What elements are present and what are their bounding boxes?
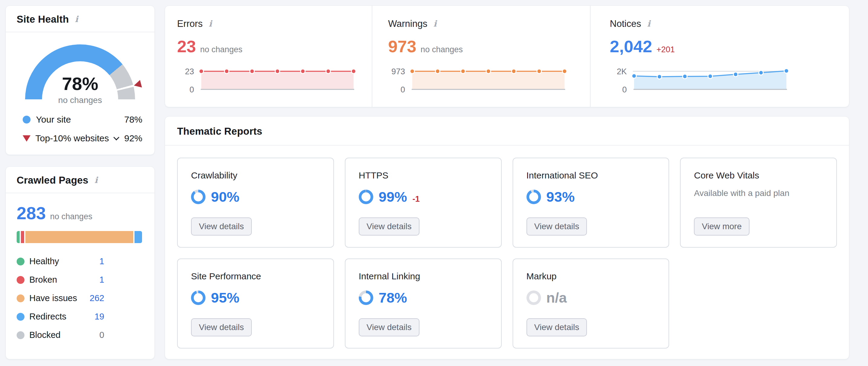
view-details-button[interactable]: View details [526, 318, 587, 336]
tile-score-row: 93% [526, 189, 655, 205]
issues-overview-card: Errors i 23 no changes 23 0 Warnings i 9… [165, 5, 849, 107]
crawled-pages-title: Crawled Pages [17, 174, 88, 186]
tile-score: 90% [211, 189, 239, 205]
errors-title-row: Errors i [177, 19, 366, 29]
errors-value-row: 23 no changes [177, 37, 366, 56]
info-icon[interactable]: i [646, 20, 652, 28]
tile-score-row: n/a [526, 289, 655, 306]
tile-crawlability: Crawlability 90% View details [177, 158, 334, 247]
crawled-pages-header: Crawled Pages i [6, 167, 154, 193]
notices-title: Notices [610, 19, 641, 29]
crawled-pages-legend: Healthy 1 Broken 1 Have issues 262 Redir… [17, 256, 104, 340]
site-health-score: 78% [25, 73, 135, 94]
bar-segment [21, 231, 24, 243]
tile-https: HTTPS 99% -1 View details [345, 158, 502, 247]
chevron-down-icon[interactable] [114, 134, 120, 140]
notices-title-row: Notices i [610, 19, 843, 29]
notices-count: 2,042 [610, 37, 652, 56]
site-health-legend: Your site 78% Top-10% websites 92% [6, 114, 154, 143]
gray-dot-icon [17, 331, 25, 339]
crawled-pages-total-row: 283 no changes [17, 203, 144, 223]
tile-site-performance: Site Performance 95% View details [177, 259, 334, 348]
view-more-button[interactable]: View more [694, 218, 749, 236]
info-icon[interactable]: i [432, 20, 438, 28]
legend-label: Your site [36, 114, 71, 125]
blue-dot-icon [17, 313, 25, 321]
bar-segment [25, 231, 133, 243]
tile-title: Site Performance [191, 271, 320, 281]
tile-score: 99% [379, 189, 407, 205]
legend-label: Blocked [29, 330, 60, 340]
view-details-button[interactable]: View details [359, 218, 420, 236]
tile-core-web-vitals: Core Web Vitals Available with a paid pl… [680, 158, 837, 247]
legend-value-link[interactable]: 19 [95, 312, 104, 322]
errors-change: no changes [200, 45, 242, 54]
legend-row-have-issues: Have issues 262 [17, 293, 104, 303]
notices-chart-row: 2K 0 [610, 66, 843, 93]
site-audit-dashboard: { "site_health": { "title": "Site Health… [0, 0, 868, 366]
view-details-button[interactable]: View details [359, 318, 420, 336]
orange-dot-icon [17, 294, 25, 302]
tile-title: HTTPS [359, 170, 488, 180]
legend-value: 78% [124, 114, 142, 125]
notices-value-row: 2,042 +201 [610, 37, 843, 56]
view-details-button[interactable]: View details [526, 218, 587, 236]
tile-score-row: 99% -1 [359, 189, 488, 205]
legend-value-link[interactable]: 1 [99, 256, 104, 266]
axis-label-bottom: 0 [189, 85, 194, 95]
tile-title: Crawlability [191, 170, 320, 180]
site-health-gauge: 78% no changes [25, 44, 135, 99]
tile-title: Core Web Vitals [694, 170, 823, 180]
errors-trend-chart [199, 66, 356, 93]
thematic-reports-card: Thematic Reports Crawlability 90% View d… [165, 116, 849, 359]
tile-title: International SEO [526, 170, 655, 180]
legend-row-healthy: Healthy 1 [17, 256, 104, 266]
legend-value-link[interactable]: 1 [99, 275, 104, 285]
legend-row-blocked: Blocked 0 [17, 330, 104, 340]
legend-row-top10-websites: Top-10% websites 92% [23, 133, 142, 143]
tile-score: 78% [379, 289, 407, 306]
warnings-chart-row: 973 0 [388, 66, 584, 93]
warnings-title-row: Warnings i [388, 19, 584, 29]
crawled-pages-body: 283 no changes Healthy 1 Broken 1 Have i… [6, 193, 154, 358]
gauge-center-text: 78% no changes [25, 73, 135, 105]
legend-row-broken: Broken 1 [17, 275, 104, 285]
view-details-button[interactable]: View details [191, 218, 252, 236]
errors-chart-row: 23 0 [177, 66, 366, 93]
progress-ring-icon [526, 190, 541, 204]
legend-label: Healthy [29, 256, 59, 266]
red-triangle-icon [23, 135, 31, 142]
notices-chart-axis: 2K 0 [610, 66, 632, 93]
notices-trend-chart [632, 66, 789, 93]
axis-label-bottom: 0 [622, 85, 627, 95]
red-dot-icon [17, 276, 25, 284]
legend-row-redirects: Redirects 19 [17, 312, 104, 322]
site-health-title: Site Health [17, 13, 69, 25]
legend-label: Top-10% websites [35, 133, 109, 143]
view-details-button[interactable]: View details [191, 318, 252, 336]
tile-internal-linking: Internal Linking 78% View details [345, 259, 502, 348]
info-icon[interactable]: i [93, 176, 99, 185]
bar-segment [17, 231, 20, 243]
tile-change: -1 [412, 195, 420, 204]
axis-label-top: 973 [392, 67, 405, 76]
tile-title: Internal Linking [359, 271, 488, 281]
warnings-change: no changes [421, 45, 463, 54]
crawled-pages-card: Crawled Pages i 283 no changes Healthy 1… [5, 166, 155, 359]
tile-score-row: 78% [359, 289, 488, 306]
legend-value-link[interactable]: 262 [90, 293, 104, 303]
legend-row-your-site: Your site 78% [23, 114, 142, 125]
info-icon[interactable]: i [74, 15, 80, 24]
site-health-header: Site Health i [6, 6, 154, 32]
notices-change: +201 [656, 45, 675, 54]
axis-label-top: 2K [617, 67, 627, 76]
tile-score: 95% [211, 289, 239, 306]
warnings-count: 973 [388, 37, 416, 56]
errors-section: Errors i 23 no changes 23 0 [165, 6, 372, 107]
bar-segment [134, 231, 142, 243]
progress-ring-icon [191, 190, 206, 204]
blue-dot-icon [23, 115, 31, 124]
info-icon[interactable]: i [207, 20, 213, 28]
axis-label-top: 23 [185, 67, 194, 76]
legend-value: 0 [99, 330, 104, 340]
